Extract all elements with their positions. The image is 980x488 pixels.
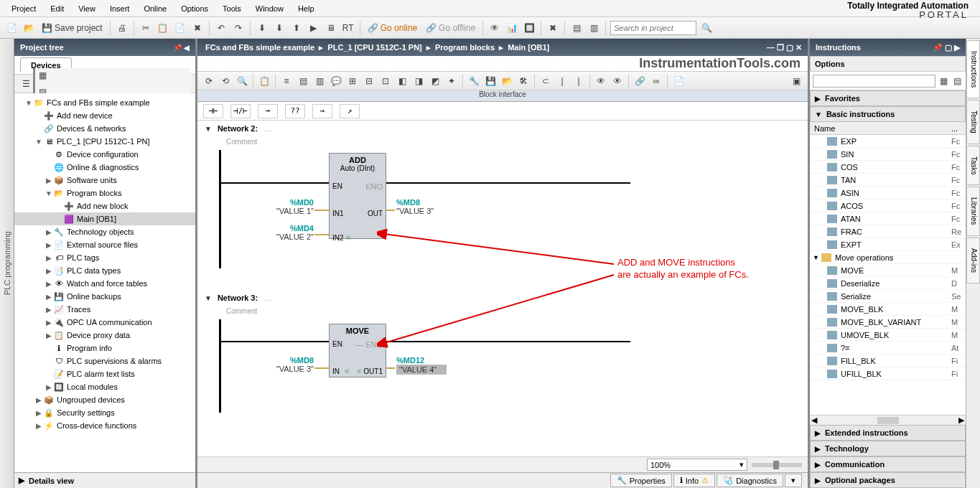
etb-22[interactable]: | — [571, 74, 586, 88]
etb-14[interactable]: ◩ — [428, 74, 442, 88]
sim-icon[interactable]: ▶ — [307, 21, 321, 35]
maximize-icon[interactable]: ▢ — [786, 43, 793, 52]
rt-icon[interactable]: RT — [341, 21, 355, 35]
cut-icon[interactable]: ✂ — [139, 21, 153, 35]
instruction-row[interactable]: ▼Move operations — [810, 251, 966, 264]
rvtab-addins[interactable]: Add-ins — [966, 238, 980, 283]
etb-1[interactable]: ⟳ — [202, 74, 216, 88]
instruction-row[interactable]: TANFc — [810, 174, 966, 187]
etb-5[interactable]: ≡ — [279, 74, 294, 88]
palette-no-contact[interactable]: ⊣⊢ — [203, 104, 223, 118]
search-input[interactable] — [610, 21, 696, 35]
tree-node[interactable]: ➕Add new device — [14, 109, 195, 122]
instruction-list[interactable]: EXPFcSINFcCOSFcTANFcASINFcACOSFcATANFcFR… — [810, 135, 966, 415]
left-vertical-tab[interactable]: PLC programming — [0, 39, 14, 488]
tree-node[interactable]: ▶📑PLC data types — [14, 264, 195, 277]
diagnostics-tab[interactable]: 🩺Diagnostics — [717, 474, 783, 487]
menu-window[interactable]: Window — [248, 1, 291, 16]
tree-node[interactable]: ▶👁Watch and force tables — [14, 277, 195, 290]
rvtab-tasks[interactable]: Tasks — [966, 146, 980, 186]
tree-node[interactable]: 🛡PLC supervisions & alarms — [14, 355, 195, 367]
open-project-icon[interactable]: 📂 — [22, 21, 36, 35]
instruction-row[interactable]: ?=At — [810, 342, 966, 355]
tree-node[interactable]: ▼🖥PLC_1 [CPU 1512C-1 PN] — [14, 135, 195, 148]
tree-node[interactable]: 🟪Main [OB1] — [14, 212, 195, 225]
etb-11[interactable]: ⊡ — [378, 74, 393, 88]
tree-node[interactable]: ▼📁FCs and FBs simple example — [14, 96, 195, 109]
palette-coil[interactable]: ⊸ — [258, 104, 278, 118]
etb-12[interactable]: ◧ — [395, 74, 409, 88]
delete-icon[interactable]: ✖ — [190, 21, 205, 35]
instruction-row[interactable]: FILL_BLKFi — [810, 355, 966, 367]
tree-node[interactable]: ▶📄External source files — [14, 238, 195, 251]
redo-icon[interactable]: ↷ — [231, 21, 246, 35]
pin-icon[interactable]: 📌 — [173, 44, 182, 52]
etb-27[interactable]: 📄 — [671, 74, 686, 88]
network-comment[interactable]: Comment — [197, 306, 808, 319]
menu-tools[interactable]: Tools — [215, 1, 248, 16]
move-block[interactable]: MOVE EN — ENO IN ✳ ✳ OUT1 — [329, 324, 386, 377]
etb-23[interactable]: 👁 — [594, 74, 608, 88]
etb-24[interactable]: 👁 — [610, 74, 625, 88]
crumb-0[interactable]: FCs and FBs simple example — [205, 43, 314, 52]
block-interface-bar[interactable]: Block interface — [197, 90, 808, 102]
etb-3[interactable]: 🔍 — [235, 74, 249, 88]
palette-branch-close[interactable]: ↗ — [340, 104, 360, 118]
close-icon[interactable]: ✕ — [795, 43, 802, 52]
tree-node[interactable]: ▶🔌OPC UA communication — [14, 316, 195, 329]
tree-node[interactable]: ▶🏷PLC tags — [14, 251, 195, 264]
split-h-icon[interactable]: ▤ — [569, 21, 584, 35]
instruction-search-input[interactable] — [813, 75, 935, 88]
instruction-row[interactable]: MOVE_BLK_VARIANTM — [810, 316, 966, 329]
split-v-icon[interactable]: ▥ — [587, 21, 601, 35]
paste-icon[interactable]: 📄 — [173, 21, 187, 35]
hmi-icon[interactable]: 🖥 — [324, 21, 338, 35]
etb-16[interactable]: 🔧 — [467, 74, 481, 88]
tree-node[interactable]: ▶📦Ungrouped devices — [14, 393, 195, 406]
out-signal[interactable]: %MD8 "VALUE 3" — [396, 198, 434, 215]
tree-node[interactable]: 🔗Devices & networks — [14, 122, 195, 135]
menu-insert[interactable]: Insert — [103, 1, 137, 16]
menu-help[interactable]: Help — [291, 1, 322, 16]
crumb-1[interactable]: PLC_1 [CPU 1512C-1 PN] — [327, 43, 421, 52]
optional-section[interactable]: ▶Optional packages — [810, 472, 966, 488]
instruction-row[interactable]: MOVEM — [810, 264, 966, 277]
etb-26[interactable]: ∞ — [649, 74, 663, 88]
rvtab-testing[interactable]: Testing — [966, 100, 980, 144]
trace-icon[interactable]: 📊 — [505, 21, 519, 35]
go-online-button[interactable]: 🔗 Go online — [365, 21, 420, 35]
palette-box[interactable]: ?? — [285, 104, 305, 118]
instruction-row[interactable]: EXPFc — [810, 135, 966, 148]
palette-nc-contact[interactable]: ⊣/⊢ — [230, 104, 251, 118]
options-header[interactable]: Options — [810, 56, 966, 72]
etb-18[interactable]: 📂 — [500, 74, 514, 88]
float-icon[interactable]: ▢ — [945, 43, 952, 52]
etb-25[interactable]: 🔗 — [633, 74, 647, 88]
in2-signal[interactable]: %MD4 "VALUE 2" — [271, 224, 314, 241]
etb-9[interactable]: ⊞ — [345, 74, 360, 88]
compile-icon[interactable]: ⬇ — [255, 21, 269, 35]
instruction-row[interactable]: SINFc — [810, 148, 966, 161]
ladder-canvas[interactable]: ▼ Network 2: .... Comment ADD Auto (DInt… — [197, 121, 808, 456]
crumb-3[interactable]: Main [OB1] — [508, 43, 549, 52]
tree-filter-icon[interactable]: ☰ — [19, 77, 33, 91]
crumb-2[interactable]: Program blocks — [435, 43, 495, 52]
tree-node[interactable]: ▶⚡Cross-device functions — [14, 419, 195, 432]
print-icon[interactable]: 🖨 — [115, 21, 129, 35]
menu-view[interactable]: View — [71, 1, 103, 16]
tree-node[interactable]: ⚙Device configuration — [14, 148, 195, 161]
instruction-row[interactable]: ASINFc — [810, 187, 966, 200]
zoom-select[interactable]: 100%▾ — [647, 459, 747, 471]
undo-icon[interactable]: ↶ — [214, 21, 228, 35]
instruction-row[interactable]: DeserializeD — [810, 277, 966, 290]
upload-icon[interactable]: ⬆ — [289, 21, 304, 35]
etb-21[interactable]: | — [555, 74, 569, 88]
favorites-section[interactable]: ▶Favorites — [810, 90, 966, 106]
basic-section[interactable]: ▼Basic instructions — [810, 106, 966, 122]
tree-node[interactable]: ▼📂Program blocks — [14, 187, 195, 200]
instruction-row[interactable]: UFILL_BLKFi — [810, 367, 966, 380]
tree-node[interactable]: ▶📈Traces — [14, 303, 195, 316]
close-all-icon[interactable]: ✖ — [546, 21, 560, 35]
rvtab-libraries[interactable]: Libraries — [966, 187, 980, 235]
network-comment[interactable]: Comment — [197, 136, 808, 150]
